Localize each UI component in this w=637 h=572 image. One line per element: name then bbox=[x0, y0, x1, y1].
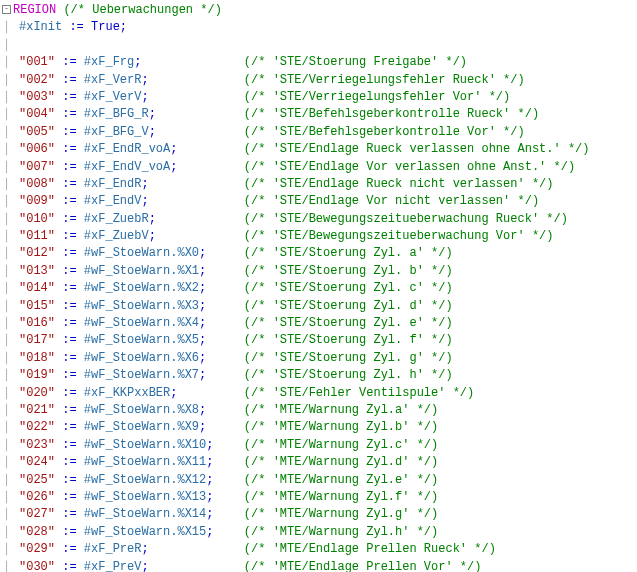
assign-op: := bbox=[62, 316, 76, 330]
row-variable: #wF_StoeWarn.%X12 bbox=[84, 473, 206, 487]
row-key: "007" bbox=[19, 160, 55, 174]
semi: ; bbox=[206, 490, 213, 504]
row-variable: #xF_EndV_voA bbox=[84, 160, 170, 174]
outline-bar: │ bbox=[2, 299, 11, 315]
code-row: │"007" := #xF_EndV_voA;(/* 'STE/Endlage … bbox=[2, 159, 635, 176]
row-variable: #wF_StoeWarn.%X13 bbox=[84, 490, 206, 504]
assign-op: := bbox=[62, 264, 76, 278]
row-key: "025" bbox=[19, 473, 55, 487]
semi: ; bbox=[199, 316, 206, 330]
outline-bar: │ bbox=[2, 20, 11, 36]
semi: ; bbox=[206, 438, 213, 452]
assign-op: := bbox=[62, 246, 76, 260]
row-key: "011" bbox=[19, 229, 55, 243]
row-variable: #wF_StoeWarn.%X14 bbox=[84, 507, 206, 521]
semi: ; bbox=[199, 333, 206, 347]
outline-bar: │ bbox=[2, 194, 11, 210]
row-variable: #xF_VerR bbox=[84, 73, 142, 87]
semi: ; bbox=[206, 473, 213, 487]
row-key: "020" bbox=[19, 386, 55, 400]
assign-op: := bbox=[62, 142, 76, 156]
row-key: "022" bbox=[19, 420, 55, 434]
row-key: "003" bbox=[19, 90, 55, 104]
semi: ; bbox=[149, 107, 156, 121]
code-row: │"018" := #wF_StoeWarn.%X6;(/* 'STE/Stoe… bbox=[2, 350, 635, 367]
code-row: │"003" := #xF_VerV;(/* 'STE/Verriegelung… bbox=[2, 89, 635, 106]
code-row: │"010" := #xF_ZuebR;(/* 'STE/Bewegungsze… bbox=[2, 211, 635, 228]
assignments-block: │"001" := #xF_Frg;(/* 'STE/Stoerung Frei… bbox=[2, 54, 635, 572]
outline-bar: │ bbox=[2, 420, 11, 436]
outline-bar: │ bbox=[2, 73, 11, 89]
row-variable: #wF_StoeWarn.%X11 bbox=[84, 455, 206, 469]
semi: ; bbox=[199, 368, 206, 382]
semi: ; bbox=[170, 142, 177, 156]
code-row: │"017" := #wF_StoeWarn.%X5;(/* 'STE/Stoe… bbox=[2, 332, 635, 349]
assign-op: := bbox=[69, 20, 83, 34]
row-comment: (/* 'STE/Stoerung Zyl. a' */) bbox=[244, 246, 453, 260]
assign-op: := bbox=[62, 299, 76, 313]
row-key: "019" bbox=[19, 368, 55, 382]
code-row: │"015" := #wF_StoeWarn.%X3;(/* 'STE/Stoe… bbox=[2, 298, 635, 315]
assign-op: := bbox=[62, 281, 76, 295]
semi: ; bbox=[206, 455, 213, 469]
outline-bar: │ bbox=[2, 560, 11, 573]
row-variable: #wF_StoeWarn.%X9 bbox=[84, 420, 199, 434]
outline-bar: │ bbox=[2, 525, 11, 541]
row-comment: (/* 'STE/Endlage Rueck verlassen ohne An… bbox=[244, 142, 590, 156]
row-comment: (/* 'MTE/Warnung Zyl.f' */) bbox=[244, 490, 438, 504]
row-variable: #wF_StoeWarn.%X5 bbox=[84, 333, 199, 347]
code-row: │"026" := #wF_StoeWarn.%X13;(/* 'MTE/War… bbox=[2, 489, 635, 506]
code-editor[interactable]: -REGION (/* Ueberwachungen */) │#xInit :… bbox=[2, 2, 635, 572]
row-comment: (/* 'MTE/Warnung Zyl.a' */) bbox=[244, 403, 438, 417]
code-row: │"016" := #wF_StoeWarn.%X4;(/* 'STE/Stoe… bbox=[2, 315, 635, 332]
row-comment: (/* 'MTE/Warnung Zyl.c' */) bbox=[244, 438, 438, 452]
assign-op: := bbox=[62, 160, 76, 174]
outline-bar: │ bbox=[2, 125, 11, 141]
row-key: "030" bbox=[19, 560, 55, 573]
row-key: "024" bbox=[19, 455, 55, 469]
row-comment: (/* 'STE/Stoerung Zyl. e' */) bbox=[244, 316, 453, 330]
init-line: │#xInit := True; bbox=[2, 19, 635, 36]
outline-bar: │ bbox=[2, 542, 11, 558]
row-comment: (/* 'STE/Befehlsgeberkontrolle Vor' */) bbox=[244, 125, 525, 139]
semi: ; bbox=[206, 507, 213, 521]
semi: ; bbox=[134, 55, 141, 69]
fold-toggle-icon[interactable]: - bbox=[2, 5, 11, 14]
row-comment: (/* 'STE/Endlage Rueck nicht verlassen' … bbox=[244, 177, 554, 191]
blank-line: │ bbox=[2, 37, 635, 54]
row-key: "004" bbox=[19, 107, 55, 121]
assign-op: := bbox=[62, 194, 76, 208]
code-row: │"025" := #wF_StoeWarn.%X12;(/* 'MTE/War… bbox=[2, 472, 635, 489]
row-key: "018" bbox=[19, 351, 55, 365]
row-key: "029" bbox=[19, 542, 55, 556]
outline-bar: │ bbox=[2, 490, 11, 506]
assign-op: := bbox=[62, 229, 76, 243]
code-row: │"013" := #wF_StoeWarn.%X1;(/* 'STE/Stoe… bbox=[2, 263, 635, 280]
outline-bar: │ bbox=[2, 386, 11, 402]
row-key: "005" bbox=[19, 125, 55, 139]
row-key: "028" bbox=[19, 525, 55, 539]
row-comment: (/* 'STE/Bewegungszeitueberwachung Rueck… bbox=[244, 212, 568, 226]
row-comment: (/* 'STE/Stoerung Zyl. h' */) bbox=[244, 368, 453, 382]
code-row: │"024" := #wF_StoeWarn.%X11;(/* 'MTE/War… bbox=[2, 454, 635, 471]
assign-op: := bbox=[62, 560, 76, 573]
row-variable: #xF_PreR bbox=[84, 542, 142, 556]
assign-op: := bbox=[62, 212, 76, 226]
semi: ; bbox=[199, 264, 206, 278]
row-key: "002" bbox=[19, 73, 55, 87]
row-comment: (/* 'MTE/Warnung Zyl.b' */) bbox=[244, 420, 438, 434]
row-key: "026" bbox=[19, 490, 55, 504]
outline-bar: │ bbox=[2, 473, 11, 489]
row-variable: #wF_StoeWarn.%X7 bbox=[84, 368, 199, 382]
outline-bar: │ bbox=[2, 403, 11, 419]
row-key: "027" bbox=[19, 507, 55, 521]
row-key: "008" bbox=[19, 177, 55, 191]
semi: ; bbox=[170, 160, 177, 174]
outline-bar: │ bbox=[2, 507, 11, 523]
semi: ; bbox=[199, 281, 206, 295]
assign-op: := bbox=[62, 107, 76, 121]
assign-op: := bbox=[62, 403, 76, 417]
row-variable: #xF_EndR_voA bbox=[84, 142, 170, 156]
semi: ; bbox=[199, 246, 206, 260]
semi: ; bbox=[141, 90, 148, 104]
